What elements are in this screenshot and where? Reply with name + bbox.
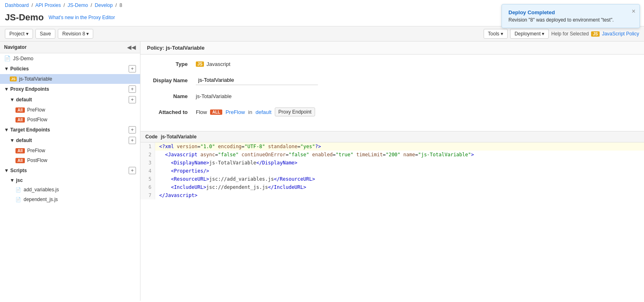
sidebar-proxy-default[interactable]: ▼ default +: [0, 94, 140, 105]
display-name-input[interactable]: [196, 75, 318, 85]
line-num-6: 6: [140, 183, 155, 191]
content-area: Policy: js-TotalVariable Type JS Javascr…: [140, 42, 644, 301]
proxy-endpoint-button[interactable]: Proxy Endpoint: [275, 107, 315, 116]
proxy-endpoints-toggle: ▼ Proxy Endpoints: [4, 86, 49, 92]
whats-new-link[interactable]: What's new in the Proxy Editor: [48, 15, 115, 20]
proxy-postflow-badge: All: [15, 117, 25, 123]
form-row-display-name: Display Name: [147, 75, 637, 85]
sidebar-proxy-postflow[interactable]: All PostFlow: [0, 115, 140, 125]
sidebar-section-proxy-endpoints[interactable]: ▼ Proxy Endpoints +: [0, 84, 140, 94]
breadcrumb-revision: 8: [120, 2, 123, 8]
help-policy-link[interactable]: JavaScript Policy: [602, 31, 639, 37]
sidebar-proxy-preflow[interactable]: All PreFlow: [0, 105, 140, 115]
sidebar-section-target-endpoints[interactable]: ▼ Target Endpoints +: [0, 125, 140, 135]
toolbar: Project ▾ Save Revision 8 ▾ Tools ▾ Depl…: [0, 26, 644, 42]
proxy-postflow-label: PostFlow: [27, 117, 47, 123]
add-target-flow-button[interactable]: +: [129, 137, 136, 144]
code-line-6: 6 <IncludeURL>jsc://dependent_js.js</Inc…: [140, 183, 644, 191]
sidebar: Navigator ◀◀ 📄 JS-Demo ▼ Policies + JS j…: [0, 42, 140, 301]
line-num-5: 5: [140, 175, 155, 183]
target-postflow-badge: All: [15, 158, 25, 163]
add-proxy-flow-button[interactable]: +: [129, 96, 136, 103]
display-name-label: Display Name: [147, 77, 196, 83]
form-row-attached: Attached to Flow ALL PreFlow in default …: [147, 107, 637, 116]
breadcrumb-api-proxies[interactable]: API Proxies: [35, 2, 61, 8]
notification-body: Revision "8" was deployed to environment…: [508, 17, 633, 23]
code-line-5: 5 <ResourceURL>jsc://add_variables.js</R…: [140, 175, 644, 183]
sidebar-file-dependent-js[interactable]: 📄 dependent_js.js: [0, 195, 140, 204]
file-icon-1: 📄: [15, 187, 21, 193]
target-preflow-label: PreFlow: [27, 148, 45, 153]
add-policy-button[interactable]: +: [129, 65, 136, 72]
sidebar-root-item[interactable]: 📄 JS-Demo: [0, 53, 140, 63]
name-label: Name: [147, 93, 196, 99]
type-js-badge: JS: [196, 61, 204, 67]
sidebar-scripts-jsc[interactable]: ▼ jsc: [0, 176, 140, 185]
app-title: JS-Demo: [5, 12, 44, 23]
target-default-toggle: ▼ default: [10, 138, 32, 143]
line-code-4: <Properties/>: [155, 167, 213, 175]
target-endpoints-toggle: ▼ Target Endpoints: [4, 127, 50, 133]
type-label: Type: [147, 61, 196, 67]
display-name-value: [196, 75, 637, 85]
code-section: Code js-TotalVariable 1 <?xml version="1…: [140, 131, 644, 301]
file-dependent-js-label: dependent_js.js: [24, 197, 58, 202]
policies-toggle: ▼ Policies: [4, 66, 29, 72]
sidebar-root-label: JS-Demo: [13, 56, 33, 61]
code-header: Code js-TotalVariable: [140, 131, 644, 142]
scripts-toggle: ▼ Scripts: [4, 168, 27, 173]
sidebar-header: Navigator ◀◀: [0, 42, 140, 53]
breadcrumb-js-demo[interactable]: JS-Demo: [68, 2, 88, 8]
target-postflow-label: PostFlow: [27, 158, 47, 163]
add-script-button[interactable]: +: [129, 167, 136, 174]
form-row-type: Type JS Javascript: [147, 61, 637, 67]
help-text: Help for Selected: [551, 31, 589, 37]
proxy-preflow-badge: All: [15, 107, 25, 113]
type-value: JS Javascript: [196, 61, 637, 67]
attached-to-value: Flow ALL PreFlow in default Proxy Endpoi…: [196, 107, 637, 116]
sidebar-target-postflow[interactable]: All PostFlow: [0, 155, 140, 165]
revision-button[interactable]: Revision 8 ▾: [58, 29, 93, 39]
code-label: Code: [145, 134, 158, 140]
name-text: js-TotalVariable: [196, 93, 232, 99]
line-num-2: 2: [140, 151, 155, 159]
sidebar-item-js-totalvariable[interactable]: JS js-TotalVariable: [0, 74, 140, 84]
save-button[interactable]: Save: [35, 29, 55, 39]
deployment-button[interactable]: Deployment ▾: [510, 29, 549, 39]
notification-close-button[interactable]: ×: [632, 8, 635, 15]
line-code-1: <?xml version="1.0" encoding="UTF-8" sta…: [155, 142, 325, 151]
sidebar-target-default[interactable]: ▼ default +: [0, 135, 140, 146]
attached-to-label: Attached to: [147, 109, 196, 115]
sidebar-section-policies[interactable]: ▼ Policies +: [0, 63, 140, 74]
type-text: Javascript: [206, 61, 230, 67]
line-code-3: <DisplayName>js-TotalVariable</DisplayNa…: [155, 159, 302, 167]
code-filename: js-TotalVariable: [161, 134, 197, 140]
preflow-link[interactable]: PreFlow: [226, 109, 245, 115]
code-line-1: 1 <?xml version="1.0" encoding="UTF-8" s…: [140, 142, 644, 151]
name-value: js-TotalVariable: [196, 93, 637, 99]
file-add-variables-label: add_variables.js: [24, 187, 59, 193]
tools-button[interactable]: Tools ▾: [484, 29, 508, 39]
sidebar-collapse-button[interactable]: ◀◀: [127, 44, 136, 50]
proxy-preflow-label: PreFlow: [27, 107, 45, 113]
in-text: in: [248, 109, 252, 115]
line-num-4: 4: [140, 167, 155, 175]
jsc-toggle: ▼ jsc: [10, 177, 23, 183]
project-button[interactable]: Project ▾: [5, 29, 33, 39]
flow-all-badge: ALL: [210, 109, 222, 115]
line-code-6: <IncludeURL>jsc://dependent_js.js</Inclu…: [155, 183, 310, 191]
sidebar-file-add-variables[interactable]: 📄 add_variables.js: [0, 185, 140, 195]
help-section: Help for Selected JS JavaScript Policy: [551, 31, 639, 37]
policy-form: Type JS Javascript Display Name Name js-…: [140, 55, 644, 131]
sidebar-section-scripts[interactable]: ▼ Scripts +: [0, 165, 140, 176]
code-line-3: 3 <DisplayName>js-TotalVariable</Display…: [140, 159, 644, 167]
default-link[interactable]: default: [256, 109, 272, 115]
sidebar-target-preflow[interactable]: All PreFlow: [0, 146, 140, 155]
add-target-endpoint-button[interactable]: +: [129, 126, 136, 133]
line-code-2: <Javascript async="false" continueOnErro…: [155, 151, 478, 159]
breadcrumb-dashboard[interactable]: Dashboard: [5, 2, 29, 8]
js-policy-badge: JS: [10, 77, 17, 81]
breadcrumb-develop[interactable]: Develop: [95, 2, 113, 8]
add-proxy-endpoint-button[interactable]: +: [129, 85, 136, 93]
code-body[interactable]: 1 <?xml version="1.0" encoding="UTF-8" s…: [140, 142, 644, 301]
